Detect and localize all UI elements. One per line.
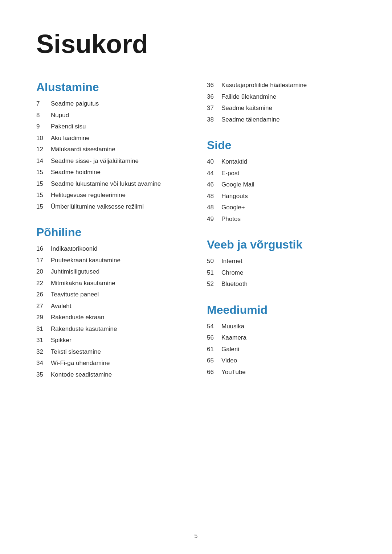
page-title: Sisukord [36,29,356,59]
section-title-pohiline: Põhiline [36,226,185,239]
list-item: 66 YouTube [207,368,356,377]
toc-list-continued: 36 Kasutajaprofiilide häälestamine 36 Fa… [207,81,356,124]
list-item: 34 Wi-Fi-ga ühendamine [36,358,185,368]
toc-list-veeb: 50 Internet 51 Chrome 52 Bluetooth [207,257,356,289]
list-item: 51 Chrome [207,268,356,278]
list-item: 48 Hangouts [207,192,356,201]
list-item: 49 Photos [207,214,356,224]
list-item: 15 Seadme lukustamine või lukust avamine [36,179,185,189]
list-item: 15 Ümberlülitumine vaiksesse režiimi [36,202,185,212]
list-item: 35 Kontode seadistamine [36,370,185,379]
list-item: 54 Muusika [207,322,356,331]
list-item: 14 Seadme sisse- ja väljalülitamine [36,156,185,166]
list-item: 26 Teavituste paneel [36,290,185,299]
toc-list-alustamine: 7 Seadme paigutus 8 Nupud 9 Pakendi sisu… [36,99,185,211]
section-title-veeb: Veeb ja võrgustik [207,238,356,251]
list-item: 8 Nupud [36,111,185,120]
section-meediumid: Meediumid 54 Muusika 56 Kaamera 61 Galer… [207,303,356,377]
list-item: 32 Teksti sisestamine [36,347,185,357]
list-item: 22 Mitmikakna kasutamine [36,279,185,288]
list-item: 7 Seadme paigutus [36,99,185,108]
list-item: 50 Internet [207,257,356,266]
page-container: Sisukord Alustamine 7 Seadme paigutus 8 … [0,0,392,423]
list-item: 61 Galerii [207,345,356,354]
list-item: 9 Pakendi sisu [36,122,185,131]
list-item: 15 Helitugevuse reguleerimine [36,190,185,200]
list-item: 31 Rakenduste kasutamine [36,324,185,334]
list-item: 40 Kontaktid [207,157,356,167]
list-item: 46 Google Mail [207,180,356,189]
list-item: 44 E-post [207,169,356,178]
section-title-side: Side [207,139,356,152]
content-layout: Alustamine 7 Seadme paigutus 8 Nupud 9 P… [36,81,356,394]
toc-list-meediumid: 54 Muusika 56 Kaamera 61 Galerii 65 Vide… [207,322,356,377]
list-item: 48 Google+ [207,203,356,212]
list-item: 37 Seadme kaitsmine [207,103,356,113]
list-item: 20 Juhtimisliigutused [36,267,185,276]
page-number: 5 [195,533,198,539]
list-item: 36 Kasutajaprofiilide häälestamine [207,81,356,90]
list-item: 16 Indikaatorikoonid [36,244,185,254]
page-footer: 5 [0,533,392,539]
list-item: 31 Spikker [36,336,185,345]
list-item: 52 Bluetooth [207,279,356,289]
section-side: Side 40 Kontaktid 44 E-post 46 Google Ma… [207,139,356,223]
list-item: 56 Kaamera [207,333,356,342]
right-column: 36 Kasutajaprofiilide häälestamine 36 Fa… [207,81,356,394]
list-item: 27 Avaleht [36,301,185,311]
list-item: 17 Puuteekraani kasutamine [36,256,185,265]
list-item: 65 Video [207,356,356,365]
list-item: 29 Rakenduste ekraan [36,313,185,322]
section-continued: 36 Kasutajaprofiilide häälestamine 36 Fa… [207,81,356,124]
list-item: 10 Aku laadimine [36,134,185,143]
section-alustamine: Alustamine 7 Seadme paigutus 8 Nupud 9 P… [36,81,185,211]
section-pohiline: Põhiline 16 Indikaatorikoonid 17 Puuteek… [36,226,185,379]
section-title-alustamine: Alustamine [36,81,185,94]
list-item: 15 Seadme hoidmine [36,168,185,177]
toc-list-side: 40 Kontaktid 44 E-post 46 Google Mail 48… [207,157,356,223]
section-veeb: Veeb ja võrgustik 50 Internet 51 Chrome … [207,238,356,289]
left-column: Alustamine 7 Seadme paigutus 8 Nupud 9 P… [36,81,185,394]
list-item: 38 Seadme täiendamine [207,115,356,124]
list-item: 12 Mälukaardi sisestamine [36,145,185,154]
list-item: 36 Failide ülekandmine [207,92,356,102]
section-title-meediumid: Meediumid [207,303,356,317]
toc-list-pohiline: 16 Indikaatorikoonid 17 Puuteekraani kas… [36,244,185,379]
